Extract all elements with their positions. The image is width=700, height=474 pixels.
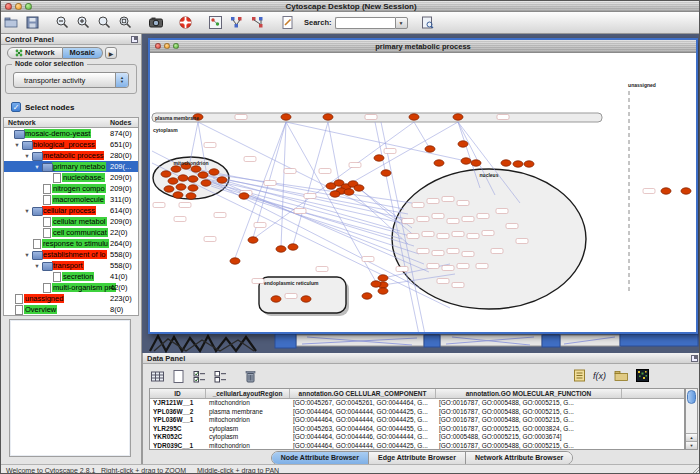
network-node[interactable] [301,296,311,302]
table-row[interactable]: YDR039C__1mitochondrion[GO:0044464, GO:0… [150,442,684,450]
layout-a-button[interactable] [227,13,246,32]
network-tree-row[interactable]: cellular metabol209(0) [4,216,138,227]
network-node[interactable] [374,155,384,161]
table-row[interactable]: YKR052Ccytoplasm[GO:0044464, GO:0044446,… [150,433,684,442]
network-tree-row[interactable]: cell communicat22(0) [4,227,138,238]
scroll-up-button[interactable]: ▲ [686,433,697,441]
zoom-selected-button[interactable] [116,13,135,32]
network-overview-button[interactable] [206,13,225,32]
network-node[interactable] [209,169,219,175]
network-node[interactable] [434,160,444,166]
network-node[interactable] [288,244,298,250]
network-tree-row[interactable]: multi-organism pro42(0) [4,282,138,293]
column-cellular-component[interactable]: annotation.GO CELLULAR_COMPONENT [290,389,436,398]
unselect-attributes-button[interactable] [211,367,230,386]
search-options-button[interactable] [418,13,437,32]
tab-network-attribute-browser[interactable]: Network Attribute Browser [466,452,572,464]
search-dropdown-button[interactable]: ▼ [395,17,408,29]
network-node[interactable] [186,193,196,199]
scrollbar-thumb[interactable] [687,390,696,404]
delete-attribute-button[interactable] [241,367,260,386]
snapshot-button[interactable] [146,13,165,32]
network-canvas[interactable]: plasma membrane cytoplasm mitochondrion … [150,53,696,332]
float-panel-icon[interactable] [131,36,138,43]
network-tree-row[interactable]: nucleobase-209(0) [4,172,138,183]
network-node[interactable] [409,114,419,120]
select-nodes-checkbox[interactable]: ✓ [11,102,21,112]
network-node[interactable] [188,185,198,191]
network-node[interactable] [188,176,198,182]
notes-button[interactable] [570,366,589,385]
table-row[interactable]: YLR295Ccytoplasm[GO:0045263, GO:0044464,… [150,425,684,434]
network-node[interactable] [524,161,534,167]
tab-mosaic[interactable]: Mosaic [63,47,103,59]
network-node[interactable] [323,114,333,120]
network-node[interactable] [513,161,523,167]
table-scrollbar[interactable]: ▲ ▼ [685,388,698,450]
attribute-table-button[interactable] [148,367,167,386]
tree-expander-icon[interactable]: ▼ [22,252,32,258]
network-node[interactable] [371,281,381,287]
tree-expander-icon[interactable]: ▼ [12,142,22,148]
tree-expander-icon[interactable]: ▼ [22,208,32,214]
matrix-view-button[interactable] [633,366,652,385]
network-node[interactable] [168,178,178,184]
table-row[interactable]: YJR121W__1mitochondrion[GO:0045267, GO:0… [150,399,684,408]
function-builder-button[interactable]: f(x) [591,366,610,385]
network-node[interactable] [453,114,463,120]
network-node[interactable] [239,193,249,199]
tree-expander-icon[interactable]: ▼ [32,263,42,269]
network-tree-row[interactable]: Overview8(0) [4,304,138,315]
tree-expander-icon[interactable]: ▼ [32,164,42,170]
network-tree-row[interactable]: ▼establishment of lo558(0) [4,249,138,260]
network-node[interactable] [271,296,281,302]
annotation-button[interactable] [278,13,297,32]
network-node[interactable] [378,275,388,281]
create-attribute-button[interactable] [169,367,188,386]
network-node[interactable] [164,186,174,192]
network-node[interactable] [661,188,671,194]
zoom-in-button[interactable] [74,13,93,32]
network-node[interactable] [362,293,372,299]
import-attributes-button[interactable] [612,366,631,385]
network-node[interactable] [176,184,186,190]
select-attributes-button[interactable] [190,367,209,386]
network-node[interactable] [201,180,211,186]
zoom-fit-button[interactable] [95,13,114,32]
network-node[interactable] [198,172,208,178]
network-tree-row[interactable]: response to stimulu264(0) [4,238,138,249]
network-tree-row[interactable]: ▼metabolic process280(0) [4,150,138,161]
network-node[interactable] [681,188,691,194]
network-tree-row[interactable]: ▼biological_process651(0) [4,139,138,150]
network-tree-row[interactable]: nitrogen compo209(0) [4,183,138,194]
network-node[interactable] [276,246,286,252]
table-row[interactable]: YPL036W__1mitochondrion[GO:0044464, GO:0… [150,416,684,425]
network-tree-row[interactable]: ▼cellular process614(0) [4,205,138,216]
network-node[interactable] [425,146,435,152]
network-node[interactable] [354,185,364,191]
data-panel-float-icon[interactable] [691,355,698,362]
network-node[interactable] [281,114,291,120]
table-row[interactable]: YPL036W__2plasma membrane[GO:0044464, GO… [150,408,684,417]
tab-network[interactable]: Network [7,47,63,59]
column-molecular-function[interactable]: annotation.GO MOLECULAR_FUNCTION [436,389,622,398]
birds-eye-view[interactable] [9,319,131,457]
save-session-button[interactable] [23,13,42,32]
network-tree-row[interactable]: secretion41(0) [4,271,138,282]
network-tree-row[interactable]: macromolecule311(0) [4,194,138,205]
network-node[interactable] [458,141,468,147]
open-session-button[interactable] [2,13,21,32]
network-view-titlebar[interactable]: primary metabolic process [150,40,696,53]
tab-node-attribute-browser[interactable]: Node Attribute Browser [272,452,369,464]
layout-b-button[interactable] [248,13,267,32]
network-node[interactable] [381,170,391,176]
column-region[interactable]: _cellularLayoutRegion [206,389,290,398]
node-color-combo[interactable]: transporter activity ▲▼ [13,72,129,88]
tree-expander-icon[interactable]: ▼ [22,153,32,159]
network-node[interactable] [501,160,511,166]
network-node[interactable] [191,166,201,172]
column-id[interactable]: ID [150,389,206,398]
network-tree-row[interactable]: unassigned223(0) [4,293,138,304]
help-button[interactable] [176,13,195,32]
network-node[interactable] [461,158,471,164]
